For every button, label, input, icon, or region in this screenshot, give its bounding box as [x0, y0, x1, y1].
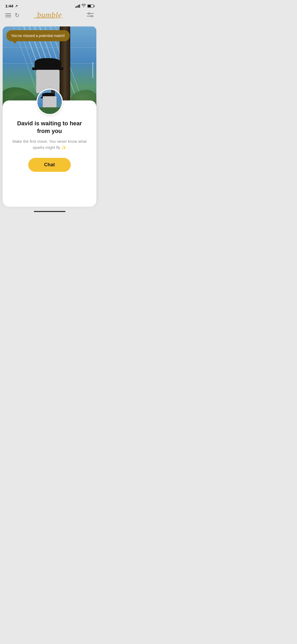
filter-button[interactable]	[87, 12, 94, 19]
battery-icon	[87, 4, 94, 8]
status-bar: 1:44 ↗	[0, 0, 99, 10]
nav-header: ↺ bumble	[0, 10, 99, 22]
status-time: 1:44 ↗	[5, 4, 18, 8]
match-avatar-container	[11, 89, 88, 115]
location-icon: ↗	[15, 4, 18, 8]
scroll-indicator	[92, 62, 93, 78]
signal-icon	[75, 4, 80, 8]
match-popup-card: David is waiting to hear from you Make t…	[3, 100, 96, 207]
wifi-icon	[82, 4, 86, 8]
back-button[interactable]: ↺	[15, 12, 20, 19]
brand-logo: bumble	[34, 10, 65, 20]
missed-match-tooltip: You've missed a potential match!	[6, 30, 70, 41]
time-display: 1:44	[5, 4, 13, 8]
home-indicator	[34, 211, 65, 212]
avatar	[36, 89, 63, 115]
waiting-subtitle: Make the first move. You never know what…	[11, 139, 88, 150]
hamburger-button[interactable]	[5, 13, 11, 17]
chat-button[interactable]: Chat	[28, 158, 71, 172]
waiting-title: David is waiting to hear from you	[11, 120, 88, 135]
main-container: 1:44 ↗	[0, 0, 99, 215]
status-icons	[75, 4, 94, 8]
